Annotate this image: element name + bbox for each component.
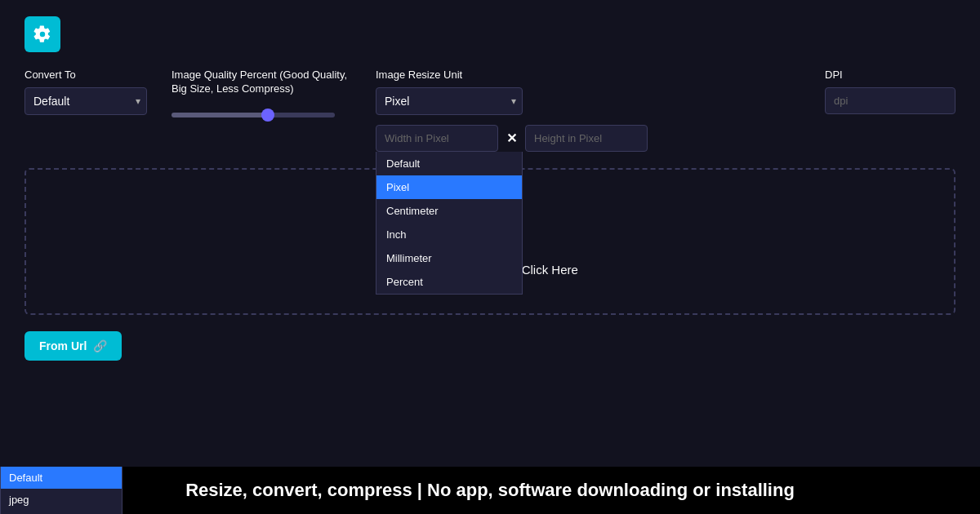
image-quality-group: Image Quality Percent (Good Quality, Big… (172, 69, 351, 121)
dpi-label: DPI (825, 69, 843, 81)
times-icon: ✕ (506, 131, 517, 146)
controls-row: Convert To Default jpeg jpg png gif webp… (24, 69, 956, 152)
banner-text: Resize, convert, compress | No app, soft… (185, 480, 795, 501)
convert-to-select[interactable]: Default jpeg jpg png gif webp bmp jfif (24, 87, 147, 115)
image-quality-label: Image Quality Percent (Good Quality, Big… (172, 69, 351, 96)
from-url-button[interactable]: From Url 🔗 (24, 331, 122, 361)
left-section: Convert To Default jpeg jpg png gif webp… (24, 69, 825, 152)
dpi-input[interactable] (825, 87, 956, 114)
unit-option-inch[interactable]: Inch (376, 223, 522, 246)
gear-icon (33, 25, 51, 43)
unit-option-millimeter[interactable]: Millimeter (376, 246, 522, 270)
convert-to-group: Convert To Default jpeg jpg png gif webp… (24, 69, 147, 115)
unit-option-percent[interactable]: Percent (376, 270, 522, 294)
width-input[interactable] (376, 125, 498, 152)
convert-to-dropdown[interactable]: Default jpeg jpg png gif webp bmp jfif (0, 467, 122, 514)
convert-to-wrapper: Default jpeg jpg png gif webp bmp jfif ▾ (24, 87, 147, 115)
unit-option-centimeter[interactable]: Centimeter (376, 199, 522, 223)
quality-slider-wrapper (172, 106, 351, 121)
image-resize-unit-label: Image Resize Unit (376, 69, 523, 81)
dimension-row: ✕ (376, 125, 523, 152)
dpi-group: DPI (825, 69, 956, 114)
settings-button[interactable] (24, 16, 60, 52)
convert-to-option-default[interactable]: Default (1, 467, 122, 489)
bottom-banner: Resize, convert, compress | No app, soft… (0, 467, 980, 514)
unit-select-wrapper: Pixel ▾ (376, 87, 523, 115)
convert-to-label: Convert To (24, 69, 147, 81)
unit-option-default[interactable]: Default (376, 152, 522, 175)
link-icon: 🔗 (93, 339, 107, 352)
convert-to-option-jpeg[interactable]: jpeg (1, 489, 122, 511)
quality-slider[interactable] (172, 113, 335, 117)
convert-to-option-jpg[interactable]: jpg (1, 511, 122, 514)
main-area: Convert To Default jpeg jpg png gif webp… (0, 0, 980, 467)
height-input[interactable] (525, 125, 648, 152)
unit-option-pixel[interactable]: Pixel (376, 175, 522, 199)
unit-select[interactable]: Pixel (376, 87, 523, 115)
unit-dropdown[interactable]: Default Pixel Centimeter Inch Millimeter… (376, 152, 523, 295)
from-url-label: From Url (39, 339, 87, 352)
image-resize-unit-group: Image Resize Unit Pixel ▾ Default Pixel … (376, 69, 523, 152)
